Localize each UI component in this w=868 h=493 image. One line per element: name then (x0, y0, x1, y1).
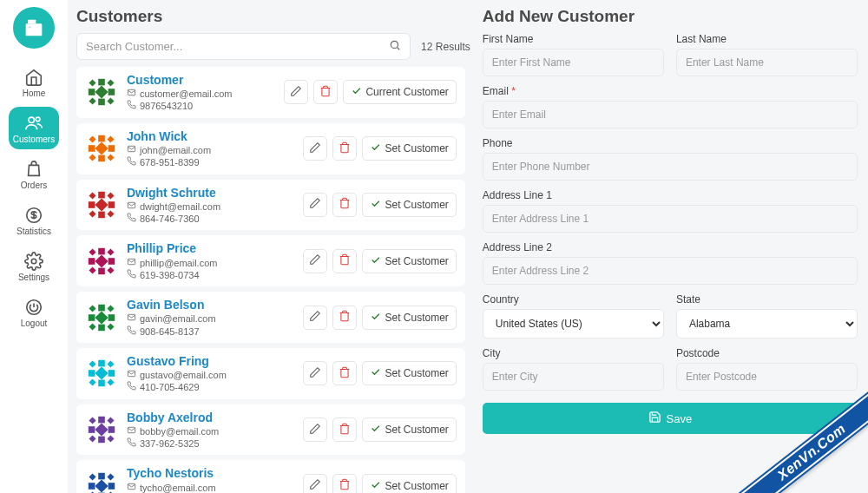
svg-rect-45 (108, 258, 115, 265)
email-input[interactable] (483, 101, 858, 128)
customer-info: John Wick john@email.com 678-951-8399 (127, 128, 294, 169)
delete-customer-button[interactable] (332, 136, 357, 161)
edit-customer-button[interactable] (303, 193, 327, 217)
customer-avatar (85, 76, 118, 108)
customer-phone: 908-645-8137 (127, 325, 294, 338)
customer-phone: 678-951-8399 (127, 156, 294, 168)
customer-card: Dwight Schrute dwight@email.com 864-746-… (76, 180, 465, 231)
set-customer-button[interactable]: Set Customer (362, 361, 456, 385)
nav-customers[interactable]: Customers (9, 107, 59, 149)
svg-marker-27 (95, 142, 108, 155)
svg-rect-46 (98, 267, 105, 274)
delete-customer-button[interactable] (332, 306, 357, 330)
svg-rect-15 (108, 89, 115, 96)
customer-phone: 619-398-0734 (127, 269, 294, 281)
customer-info: Dwight Schrute dwight@email.com 864-746-… (127, 185, 294, 226)
label-email: Email * (483, 85, 858, 97)
svg-rect-44 (89, 258, 95, 265)
edit-customer-button[interactable] (303, 136, 327, 161)
set-customer-button[interactable]: Set Customer (362, 193, 456, 217)
trash-icon (339, 478, 351, 493)
search-input[interactable] (86, 40, 389, 53)
customer-card: Gustavo Fring gustavo@email.com 410-705-… (76, 348, 465, 399)
customer-email: dwight@email.com (127, 200, 294, 213)
svg-rect-26 (98, 155, 105, 162)
delete-customer-button[interactable] (332, 361, 357, 385)
addr1-input[interactable] (483, 205, 858, 233)
phone-icon (127, 156, 136, 168)
pencil-icon (309, 310, 321, 325)
save-icon (648, 411, 661, 426)
postcode-input[interactable] (676, 363, 858, 391)
nav-logout[interactable]: Logout (9, 291, 59, 333)
customer-name[interactable]: Gustavo Fring (127, 353, 294, 369)
set-customer-button[interactable]: Set Customer (362, 417, 456, 442)
svg-point-8 (36, 117, 40, 122)
nav-label: Logout (21, 319, 48, 328)
dollar-circle-icon (24, 206, 43, 225)
delete-customer-button[interactable] (332, 417, 357, 442)
svg-rect-50 (89, 266, 96, 273)
edit-customer-button[interactable] (303, 361, 327, 385)
svg-point-10 (31, 259, 36, 264)
pencil-icon (309, 141, 321, 156)
nav-orders[interactable]: Orders (9, 153, 59, 195)
current-customer-button[interactable]: Current Customer (343, 80, 456, 104)
customer-name[interactable]: Tycho Nestoris (127, 465, 294, 481)
customer-name[interactable]: Bobby Axelrod (127, 410, 294, 425)
edit-customer-button[interactable] (303, 249, 327, 273)
state-select[interactable]: Alabama (676, 309, 858, 339)
set-customer-button[interactable]: Set Customer (362, 249, 456, 273)
nav-statistics[interactable]: Statistics (9, 199, 59, 241)
edit-customer-button[interactable] (303, 474, 327, 493)
last-name-input[interactable] (676, 49, 858, 76)
customer-email: customer@email.com (127, 88, 275, 100)
customer-name[interactable]: Gavin Belson (127, 297, 294, 312)
customer-name[interactable]: Dwight Schrute (127, 185, 294, 200)
svg-rect-16 (98, 99, 105, 106)
nav-settings[interactable]: Settings (9, 245, 59, 287)
delete-customer-button[interactable] (332, 193, 357, 217)
card-actions: Set Customer (303, 361, 456, 385)
phone-icon (127, 437, 136, 450)
label-addr2: Address Line 2 (483, 241, 858, 253)
check-icon (370, 479, 381, 493)
country-select[interactable]: United States (US) (483, 309, 664, 339)
customer-avatar (85, 470, 118, 493)
delete-customer-button[interactable] (332, 474, 357, 493)
save-button[interactable]: Save (483, 403, 858, 434)
users-icon (24, 114, 43, 133)
svg-rect-81 (107, 435, 114, 442)
customer-name[interactable]: Customer (127, 72, 275, 88)
svg-rect-25 (108, 145, 115, 152)
customer-name[interactable]: Phillip Price (127, 240, 294, 256)
set-customer-button[interactable]: Set Customer (362, 136, 456, 161)
svg-point-12 (391, 41, 398, 48)
svg-rect-51 (107, 266, 114, 273)
svg-rect-14 (89, 89, 95, 96)
check-icon (370, 311, 381, 325)
svg-rect-2 (28, 26, 32, 30)
svg-marker-37 (95, 198, 108, 211)
svg-rect-28 (89, 136, 96, 143)
customer-name[interactable]: John Wick (127, 128, 294, 144)
pencil-icon (309, 253, 321, 268)
set-customer-button[interactable]: Set Customer (362, 306, 456, 330)
nav-home[interactable]: Home (9, 61, 59, 103)
delete-customer-button[interactable] (332, 249, 357, 273)
city-input[interactable] (483, 363, 664, 391)
delete-customer-button[interactable] (313, 80, 338, 104)
edit-customer-button[interactable] (303, 306, 327, 330)
customer-list: Customer customer@email.com 9876543210 C… (76, 67, 470, 493)
edit-customer-button[interactable] (284, 80, 308, 104)
pencil-icon (309, 423, 321, 437)
edit-customer-button[interactable] (303, 417, 327, 442)
svg-rect-23 (98, 135, 105, 142)
addr2-input[interactable] (483, 257, 858, 285)
phone-icon (127, 100, 136, 112)
svg-rect-60 (89, 323, 96, 330)
set-customer-button[interactable]: Set Customer (362, 474, 456, 493)
card-actions: Set Customer (303, 136, 456, 161)
phone-input[interactable] (483, 153, 858, 181)
first-name-input[interactable] (483, 49, 664, 76)
